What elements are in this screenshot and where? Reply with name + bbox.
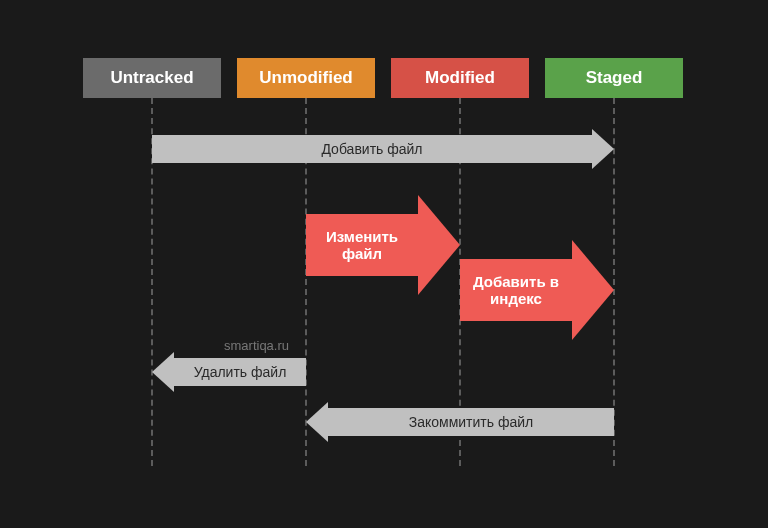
- arrow-remove-file: Удалить файл: [174, 358, 306, 386]
- state-staged: Staged: [545, 58, 683, 98]
- arrow-head-left-icon: [306, 402, 328, 442]
- arrow-label: Изменить файл: [312, 228, 412, 263]
- arrow-stage-file: Добавить в индекс: [460, 240, 614, 340]
- arrow-head-right-icon: [572, 240, 614, 340]
- arrow-head-left-icon: [152, 352, 174, 392]
- state-label: Modified: [425, 68, 495, 88]
- arrow-label: Добавить файл: [321, 141, 422, 157]
- state-label: Unmodified: [259, 68, 353, 88]
- arrow-head-right-icon: [418, 195, 460, 295]
- git-file-lifecycle-diagram: Untracked Unmodified Modified Staged Доб…: [0, 0, 768, 528]
- state-untracked: Untracked: [83, 58, 221, 98]
- watermark: smartiqa.ru: [224, 338, 289, 353]
- state-unmodified: Unmodified: [237, 58, 375, 98]
- arrow-edit-file: Изменить файл: [306, 195, 460, 295]
- arrow-commit-file: Закоммитить файл: [328, 408, 614, 436]
- arrow-label: Удалить файл: [194, 364, 287, 380]
- arrow-label: Закоммитить файл: [409, 414, 534, 430]
- state-modified: Modified: [391, 58, 529, 98]
- arrow-head-right-icon: [592, 129, 614, 169]
- state-label: Untracked: [110, 68, 193, 88]
- arrow-label: Добавить в индекс: [466, 273, 566, 308]
- arrow-add-file: Добавить файл: [152, 135, 592, 163]
- state-label: Staged: [586, 68, 643, 88]
